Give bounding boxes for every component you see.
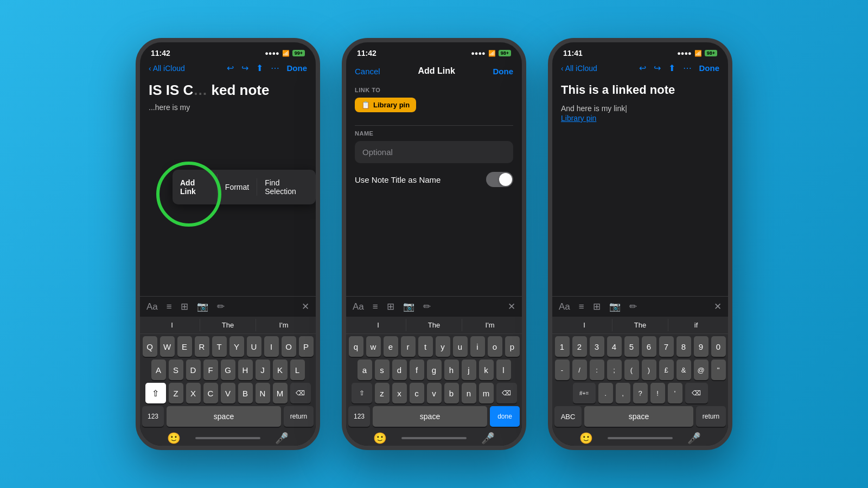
share-icon-1[interactable]: ⬆ [256, 63, 263, 73]
camera-icon-1[interactable]: 📷 [197, 301, 208, 312]
key-o-2[interactable]: o [488, 336, 502, 357]
key-delete-3[interactable]: ⌫ [685, 383, 708, 403]
key-n[interactable]: N [256, 383, 270, 403]
key-n-2[interactable]: n [462, 383, 476, 403]
key-period-3[interactable]: . [598, 383, 613, 403]
note-link-3[interactable]: Library pin [561, 114, 596, 123]
list-icon-3[interactable]: ≡ [579, 301, 584, 312]
suggestion-the-2[interactable]: The [406, 319, 462, 331]
name-input-2[interactable]: Optional [355, 141, 513, 163]
key-8-3[interactable]: 8 [676, 336, 691, 357]
suggestion-im-1[interactable]: I'm [256, 319, 311, 331]
mic-icon-1[interactable]: 🎤 [275, 432, 289, 445]
key-semicolon-3[interactable]: ; [607, 359, 622, 380]
pencil-icon-3[interactable]: ✏ [629, 301, 637, 312]
key-return-1[interactable]: return [284, 406, 314, 427]
table-icon-1[interactable]: ⊞ [181, 301, 188, 312]
key-i-2[interactable]: i [470, 336, 485, 357]
key-shift-1[interactable]: ⇧ [145, 383, 166, 403]
key-m-2[interactable]: m [479, 383, 494, 403]
key-y[interactable]: Y [229, 336, 244, 357]
mic-icon-2[interactable]: 🎤 [481, 432, 495, 445]
font-icon-1[interactable]: Aa [146, 301, 158, 312]
key-done-blue-2[interactable]: done [490, 406, 520, 427]
context-menu-add-link[interactable]: Add Link [173, 174, 218, 200]
key-j-2[interactable]: j [462, 359, 476, 380]
key-b[interactable]: B [238, 383, 253, 403]
key-123-1[interactable]: 123 [142, 406, 164, 427]
key-k-2[interactable]: k [479, 359, 494, 380]
suggestion-i-3[interactable]: I [557, 319, 612, 331]
back-button-1[interactable]: ‹ All iCloud [149, 64, 185, 73]
done-button-1[interactable]: Done [287, 63, 308, 73]
font-icon-3[interactable]: Aa [559, 301, 570, 312]
key-v-2[interactable]: v [427, 383, 442, 403]
font-icon-2[interactable]: Aa [353, 301, 364, 312]
key-u-2[interactable]: u [453, 336, 468, 357]
more-icon-1[interactable]: ⋯ [271, 63, 279, 73]
key-123-2[interactable]: 123 [348, 406, 370, 427]
key-l[interactable]: L [290, 359, 305, 380]
table-icon-3[interactable]: ⊞ [593, 301, 601, 312]
suggestion-i-2[interactable]: I [350, 319, 406, 331]
context-menu-format[interactable]: Format [218, 178, 257, 196]
key-1-3[interactable]: 1 [555, 336, 570, 357]
list-icon-2[interactable]: ≡ [373, 301, 378, 312]
key-b-2[interactable]: b [444, 383, 459, 403]
key-f[interactable]: F [203, 359, 218, 380]
key-rparen-3[interactable]: ) [642, 359, 656, 380]
key-lparen-3[interactable]: ( [624, 359, 639, 380]
undo-icon-1[interactable]: ↩ [227, 63, 234, 73]
more-icon-3[interactable]: ⋯ [683, 63, 692, 73]
pencil-icon-1[interactable]: ✏ [217, 301, 225, 312]
keyboard-3[interactable]: Aa ≡ ⊞ 📷 ✏ ✕ I The if 1 2 3 4 5 [552, 296, 728, 446]
key-w[interactable]: W [160, 336, 175, 357]
key-z[interactable]: Z [169, 383, 183, 403]
key-m[interactable]: M [273, 383, 288, 403]
key-hashplus-3[interactable]: #+= [573, 383, 596, 403]
key-s-2[interactable]: s [375, 359, 390, 380]
keyboard-close-3[interactable]: ✕ [714, 301, 722, 312]
key-7-3[interactable]: 7 [659, 336, 674, 357]
key-d-2[interactable]: d [392, 359, 407, 380]
key-exclaim-3[interactable]: ! [650, 383, 665, 403]
key-v[interactable]: V [221, 383, 235, 403]
key-3-3[interactable]: 3 [590, 336, 604, 357]
key-r[interactable]: R [195, 336, 209, 357]
context-menu-find-selection[interactable]: Find Selection [257, 174, 316, 200]
keyboard-2[interactable]: Aa ≡ ⊞ 📷 ✏ ✕ I The I'm q w e r t y [346, 296, 522, 446]
key-h-2[interactable]: h [444, 359, 459, 380]
cancel-button-2[interactable]: Cancel [355, 67, 380, 76]
key-dash-3[interactable]: - [555, 359, 570, 380]
suggestion-if-3[interactable]: if [668, 319, 724, 331]
key-colon-3[interactable]: : [590, 359, 604, 380]
key-t[interactable]: T [212, 336, 227, 357]
keyboard-close-1[interactable]: ✕ [302, 301, 309, 312]
key-u[interactable]: U [247, 336, 261, 357]
modal-done-button-2[interactable]: Done [493, 67, 513, 76]
suggestion-im-2[interactable]: I'm [462, 319, 518, 331]
done-button-3[interactable]: Done [699, 63, 720, 73]
key-c-2[interactable]: c [410, 383, 424, 403]
key-space-3[interactable]: space [584, 406, 693, 427]
key-2-3[interactable]: 2 [572, 336, 587, 357]
key-s[interactable]: S [169, 359, 183, 380]
key-0-3[interactable]: 0 [711, 336, 726, 357]
key-p[interactable]: P [299, 336, 314, 357]
key-abc-3[interactable]: ABC [554, 406, 582, 427]
key-quote-3[interactable]: " [711, 359, 726, 380]
key-5-3[interactable]: 5 [624, 336, 639, 357]
emoji-icon-1[interactable]: 🙂 [167, 432, 181, 445]
key-p-2[interactable]: p [505, 336, 520, 357]
key-pound-3[interactable]: £ [659, 359, 674, 380]
key-y-2[interactable]: y [436, 336, 450, 357]
key-q[interactable]: Q [143, 336, 157, 357]
key-j[interactable]: J [256, 359, 270, 380]
key-a-2[interactable]: a [358, 359, 372, 380]
key-e-2[interactable]: e [384, 336, 398, 357]
suggestion-the-3[interactable]: The [612, 319, 668, 331]
key-x-2[interactable]: x [392, 383, 407, 403]
key-at-3[interactable]: @ [694, 359, 709, 380]
key-apos-3[interactable]: ' [668, 383, 682, 403]
back-button-3[interactable]: ‹ All iCloud [561, 64, 597, 73]
